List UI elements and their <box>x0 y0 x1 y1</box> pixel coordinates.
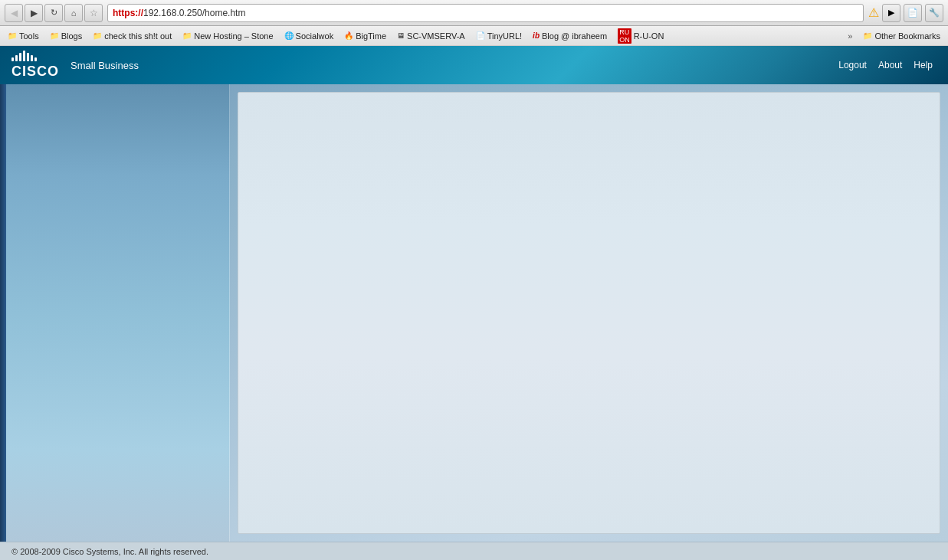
nav-right: ⚠ ▶ 📄 🔧 <box>868 4 943 22</box>
folder-icon: 📁 <box>50 31 59 40</box>
other-bookmarks-folder[interactable]: 📁 Other Bookmarks <box>858 30 945 42</box>
address-bar[interactable]: https://192.168.0.250/home.htm <box>107 4 864 22</box>
other-bookmarks-label: Other Bookmarks <box>874 31 940 41</box>
bookmark-label: BigTime <box>356 31 386 41</box>
site-icon: RUON <box>618 28 631 44</box>
bookmark-r-u-on[interactable]: RUON R-U-ON <box>613 27 668 45</box>
header-nav: Logout About Help <box>838 60 933 70</box>
bookmark-label: Tools <box>19 31 39 41</box>
back-button[interactable]: ◀ <box>5 4 23 22</box>
home-button[interactable]: ⌂ <box>64 4 83 22</box>
site-icon: 🖥 <box>397 31 405 40</box>
bar4 <box>23 51 25 61</box>
bookmark-label: R-U-ON <box>634 31 664 41</box>
bookmark-blog-ibraheem[interactable]: ib Blog @ ibraheem <box>528 30 612 42</box>
refresh-button[interactable]: ↻ <box>44 4 63 22</box>
main-content <box>0 84 948 542</box>
browser-frame: ◀ ▶ ↻ ⌂ ☆ https://192.168.0.250/home.htm… <box>0 0 948 560</box>
bookmark-label: check this sh!t out <box>104 31 172 41</box>
bar3 <box>19 53 21 61</box>
browser-navbar: ◀ ▶ ↻ ⌂ ☆ https://192.168.0.250/home.htm… <box>0 0 948 26</box>
bookmark-bigtime[interactable]: 🔥 BigTime <box>340 30 391 42</box>
bookmark-label: TinyURL! <box>487 31 522 41</box>
bookmarks-bar: 📁 Tools 📁 Blogs 📁 check this sh!t out 📁 … <box>0 26 948 46</box>
cisco-logo: CISCO <box>11 51 59 80</box>
help-link[interactable]: Help <box>914 60 933 70</box>
copyright-text: © 2008-2009 Cisco Systems, Inc. All righ… <box>11 547 208 556</box>
bookmark-new-hosting[interactable]: 📁 New Hosting – Stone <box>178 30 277 42</box>
bar2 <box>15 55 18 61</box>
bookmark-socialwok[interactable]: 🌐 Socialwok <box>280 30 339 42</box>
cisco-wordmark: CISCO <box>11 64 59 80</box>
bookmark-label: Blog @ ibraheem <box>542 31 607 41</box>
url-https: https:// <box>113 8 143 18</box>
app-area: CISCO Small Business Logout About Help © <box>0 46 948 560</box>
cisco-logo-area: CISCO Small Business <box>11 51 139 80</box>
site-icon: ib <box>533 31 540 40</box>
forward-button[interactable]: ▶ <box>25 4 43 22</box>
bar6 <box>31 55 33 61</box>
site-icon: 🌐 <box>284 31 294 40</box>
bookmark-tinyurl[interactable]: 📄 TinyURL! <box>471 30 526 42</box>
cisco-bars <box>11 51 59 61</box>
play-button[interactable]: ▶ <box>882 4 900 22</box>
content-panel <box>238 92 940 534</box>
nav-buttons: ◀ ▶ ↻ ⌂ ☆ <box>5 4 103 22</box>
page-menu-button[interactable]: 📄 <box>904 4 922 22</box>
bookmark-label: New Hosting – Stone <box>194 31 273 41</box>
bookmarks-overflow-button[interactable]: » <box>843 30 857 42</box>
cisco-subtitle: Small Business <box>71 60 139 71</box>
folder-icon: 📁 <box>863 31 872 40</box>
right-content <box>230 84 948 542</box>
logout-link[interactable]: Logout <box>838 60 867 70</box>
tools-menu-button[interactable]: 🔧 <box>925 4 943 22</box>
bookmark-label: Socialwok <box>296 31 334 41</box>
bar5 <box>27 53 29 61</box>
bar7 <box>34 57 37 61</box>
bookmark-sc-vmserv[interactable]: 🖥 SC-VMSERV-A <box>392 30 470 42</box>
bar1 <box>11 57 14 61</box>
bookmark-label: Blogs <box>61 31 83 41</box>
folder-icon: 📁 <box>8 31 17 40</box>
cisco-header: CISCO Small Business Logout About Help <box>0 46 948 84</box>
url-rest: 192.168.0.250/home.htm <box>143 8 245 18</box>
bookmark-tools[interactable]: 📁 Tools <box>3 30 44 42</box>
bookmark-blogs[interactable]: 📁 Blogs <box>45 30 87 42</box>
site-icon: 🔥 <box>344 31 353 40</box>
about-link[interactable]: About <box>878 60 902 70</box>
page-icon: 📄 <box>476 31 485 40</box>
footer: © 2008-2009 Cisco Systems, Inc. All righ… <box>0 542 948 560</box>
bookmark-check[interactable]: 📁 check this sh!t out <box>88 30 176 42</box>
sidebar <box>0 84 230 542</box>
folder-icon: 📁 <box>182 31 192 40</box>
bookmark-star-button[interactable]: ☆ <box>84 4 103 22</box>
folder-icon: 📁 <box>93 31 102 40</box>
bookmark-label: SC-VMSERV-A <box>407 31 465 41</box>
warning-icon: ⚠ <box>868 5 879 20</box>
